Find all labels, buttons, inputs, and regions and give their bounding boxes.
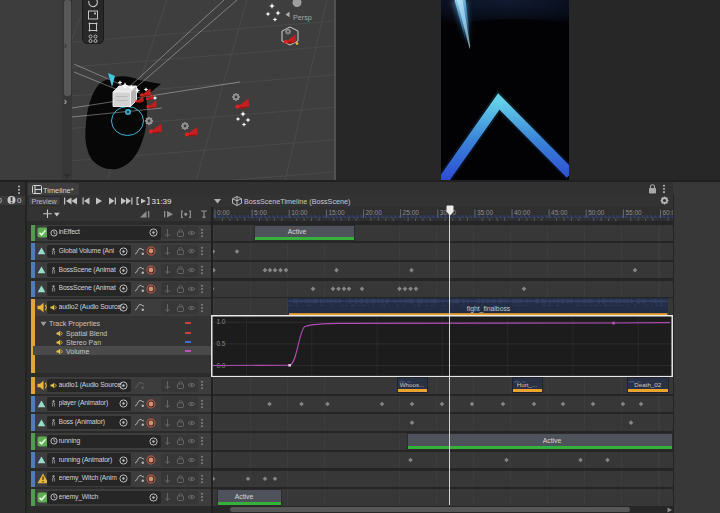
svg-text:0.5: 0.5	[217, 340, 226, 347]
svg-text:25:00: 25:00	[403, 208, 420, 215]
svg-text:45:00: 45:00	[551, 208, 568, 215]
svg-text:60:00: 60:00	[663, 208, 674, 215]
svg-text:0: 0	[0, 196, 3, 205]
svg-text:50:00: 50:00	[588, 208, 605, 215]
svg-text:35:00: 35:00	[477, 208, 494, 215]
svg-text:5:00: 5:00	[254, 208, 267, 215]
svg-text:0:00: 0:00	[217, 208, 230, 215]
svg-text:40:00: 40:00	[514, 208, 531, 215]
svg-text:Persp: Persp	[293, 13, 312, 22]
svg-text:1.0: 1.0	[217, 318, 226, 325]
svg-text:15:00: 15:00	[328, 208, 345, 215]
svg-text:10:00: 10:00	[291, 208, 308, 215]
svg-text:55:00: 55:00	[625, 208, 642, 215]
svg-text:0: 0	[17, 196, 22, 205]
svg-text:20:00: 20:00	[366, 208, 383, 215]
